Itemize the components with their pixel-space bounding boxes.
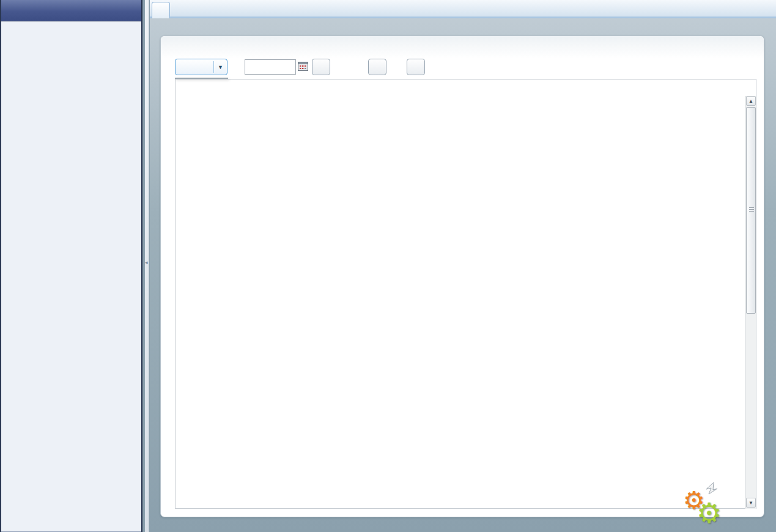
splitter-collapse-icon[interactable]: ◂ [145,259,148,265]
app-window: ◂ ▼ [0,0,776,532]
tab-report-analysis[interactable] [152,2,170,18]
sidebar-subpanel [1,21,141,532]
report-type-options-list [175,78,228,79]
splitter-handle[interactable]: ◂ [145,0,149,532]
tab-strip [150,0,776,18]
report-panel: ▼ [160,35,764,517]
sidebar-header [1,0,141,21]
chevron-down-icon[interactable]: ▼ [214,64,227,70]
date-input[interactable] [245,59,296,75]
report-type-dropdown[interactable]: ▼ [175,59,227,75]
export-excel-button[interactable] [407,59,425,75]
scroll-down-button[interactable]: ▼ [746,498,756,508]
scroll-up-button[interactable]: ▲ [746,96,756,106]
scrollbar-thumb[interactable] [746,107,756,314]
content-area: ▼ [150,0,776,532]
sidebar-menu [0,0,142,532]
panel-top-gradient [161,36,764,58]
vertical-scrollbar[interactable]: ▲ ▼ [745,96,756,509]
report-toolbar: ▼ [175,59,750,76]
print-settings-button[interactable] [312,59,330,75]
print-button[interactable] [368,59,386,75]
calendar-icon[interactable] [298,61,308,72]
report-table: ▲ ▼ [175,79,756,509]
